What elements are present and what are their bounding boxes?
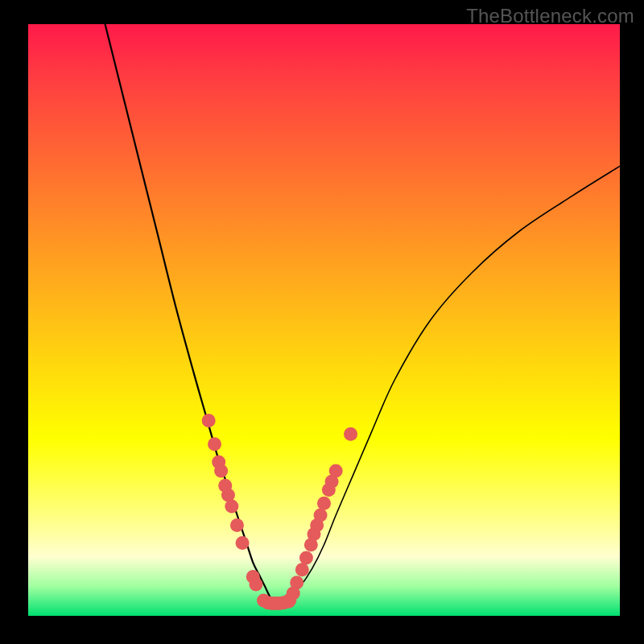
chart-svg bbox=[28, 24, 620, 616]
right-curve bbox=[277, 166, 620, 604]
data-point bbox=[214, 464, 228, 477]
data-point bbox=[249, 578, 262, 592]
data-point bbox=[299, 551, 313, 564]
data-point bbox=[329, 464, 343, 477]
data-point bbox=[230, 518, 244, 532]
data-point bbox=[225, 500, 238, 514]
plot-area bbox=[28, 24, 620, 616]
curve-group bbox=[105, 24, 620, 604]
left-curve bbox=[105, 24, 277, 604]
data-point bbox=[202, 414, 216, 427]
data-point bbox=[295, 563, 309, 576]
data-point bbox=[208, 437, 221, 451]
data-point bbox=[314, 509, 328, 522]
chart-container: TheBottleneck.com bbox=[0, 0, 644, 644]
watermark-text: TheBottleneck.com bbox=[466, 5, 634, 27]
data-point bbox=[344, 427, 357, 441]
data-point bbox=[290, 576, 303, 589]
scatter-dots bbox=[202, 414, 357, 610]
data-point bbox=[317, 497, 331, 510]
data-point bbox=[236, 536, 250, 550]
